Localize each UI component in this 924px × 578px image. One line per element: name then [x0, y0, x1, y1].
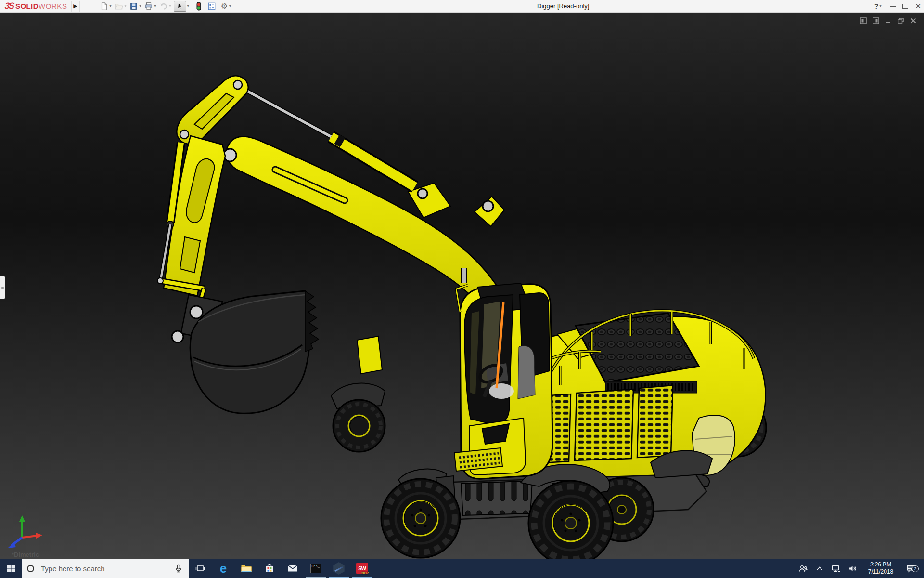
help-dropdown-caret[interactable]: ▾ [879, 0, 881, 13]
new-document-icon [100, 2, 108, 11]
file-explorer-button[interactable] [235, 559, 258, 578]
clock-time: 2:26 PM [862, 561, 899, 568]
save-button[interactable] [129, 1, 139, 12]
windows-logo-icon [7, 564, 15, 573]
front-right-wheel[interactable] [528, 481, 613, 559]
open-button[interactable] [114, 1, 124, 12]
undo-button[interactable] [159, 1, 168, 12]
solidworks-app-icon: SW 2017 [356, 563, 368, 574]
mail-button[interactable] [281, 559, 304, 578]
microphone-icon[interactable] [174, 564, 183, 573]
mdi-minimize-icon[interactable] [884, 16, 892, 25]
chevron-up-icon [816, 566, 823, 571]
mdi-window-controls [859, 16, 917, 25]
window-preview-1-icon[interactable] [859, 16, 867, 25]
network-icon [831, 565, 841, 573]
solidworks-logo: 3S SOLID WORKS [0, 0, 71, 13]
new-dropdown-caret[interactable]: ▾ [110, 4, 112, 8]
new-document-button[interactable] [99, 1, 109, 12]
store-button[interactable] [258, 559, 281, 578]
hexagon-app-icon [333, 562, 345, 575]
panel-tab-dot [1, 287, 4, 289]
store-icon [265, 563, 274, 574]
cortana-icon [27, 565, 34, 572]
stoplight-icon [195, 2, 203, 11]
display-list-button[interactable] [207, 1, 217, 12]
print-dropdown-caret[interactable]: ▾ [154, 4, 156, 8]
undo-dropdown-caret[interactable]: ▾ [169, 4, 171, 8]
gear-icon: ⚙ [221, 1, 228, 12]
document-title: Digger [Read-only] [537, 0, 589, 13]
help-button[interactable]: ? ▾ [874, 0, 884, 13]
taskbar: Type here to search e [0, 559, 924, 578]
bucket-teeth [305, 291, 319, 352]
graphics-viewport[interactable]: *Dimetric [0, 13, 924, 559]
open-folder-icon [115, 2, 123, 11]
command-prompt-icon: C:\_ [310, 564, 321, 573]
people-button[interactable] [797, 565, 809, 573]
seat [518, 346, 535, 399]
start-button[interactable] [0, 559, 22, 578]
mdi-restore-icon[interactable] [897, 16, 905, 25]
options-button[interactable]: ⚙ [220, 1, 228, 12]
boom-elbow-pin[interactable] [224, 149, 236, 161]
save-dropdown-caret[interactable]: ▾ [140, 4, 141, 8]
front-left-wheel[interactable] [381, 479, 460, 558]
standard-toolbar: ▾ ▾ ▾ ▾ [99, 0, 233, 13]
logo-text-works: WORKS [38, 2, 67, 10]
search-input[interactable]: Type here to search [22, 559, 189, 578]
notification-badge: 2 [912, 565, 919, 572]
excavator-model[interactable] [0, 13, 924, 559]
view-orientation-label: *Dimetric [12, 551, 39, 558]
window-preview-2-icon[interactable] [872, 16, 880, 25]
task-view-button[interactable] [189, 559, 212, 578]
hexagon-app-button[interactable] [327, 559, 350, 578]
minimize-button[interactable] [890, 6, 896, 7]
system-tray: 2:26 PM 7/11/2018 2 [797, 559, 924, 578]
command-prompt-button[interactable]: C:\_ [304, 559, 327, 578]
undo-arrow-icon [159, 2, 168, 11]
select-tool-button[interactable] [174, 1, 186, 12]
options-dropdown-caret[interactable]: ▾ [229, 4, 231, 8]
select-cursor-icon [176, 2, 184, 11]
left-side-wheel[interactable] [331, 383, 385, 452]
people-icon [798, 565, 808, 573]
file-explorer-icon [241, 564, 252, 573]
network-button[interactable] [830, 565, 842, 573]
stoplight-button[interactable] [194, 1, 203, 12]
edge-button[interactable]: e [212, 559, 235, 578]
action-center-button[interactable]: 2 [903, 564, 919, 573]
minimize-icon [890, 6, 896, 7]
screen: 3S SOLID WORKS ▶ ▾ ▾ [0, 0, 924, 578]
cab[interactable] [454, 268, 552, 479]
collapsed-panel-tab[interactable] [0, 276, 5, 299]
save-floppy-icon [129, 2, 138, 11]
top-link-plate[interactable] [177, 76, 248, 144]
close-icon: ✕ [915, 0, 921, 13]
left-step-bracket[interactable] [357, 336, 382, 374]
mail-icon [287, 564, 298, 573]
select-dropdown-caret[interactable]: ▾ [187, 4, 189, 8]
mdi-close-icon[interactable] [909, 16, 917, 25]
task-view-icon [195, 564, 205, 573]
solidworks-2017-button[interactable]: SW 2017 [350, 559, 373, 578]
close-button[interactable]: ✕ [915, 0, 921, 13]
tray-chevron-button[interactable] [813, 566, 826, 571]
window-controls: ? ▾ ✕ [874, 0, 921, 13]
search-placeholder: Type here to search [41, 565, 174, 573]
open-dropdown-caret[interactable]: ▾ [125, 4, 127, 8]
clock-date: 7/11/2018 [862, 568, 899, 576]
menu-flyout-arrow-icon[interactable]: ▶ [71, 1, 80, 12]
clock[interactable]: 2:26 PM 7/11/2018 [862, 561, 899, 576]
restore-button[interactable] [902, 4, 908, 9]
3ds-mark-icon: 3S [3, 1, 14, 11]
print-button[interactable] [144, 1, 154, 12]
orientation-triad-icon [5, 514, 46, 551]
print-icon [144, 2, 153, 11]
volume-button[interactable] [846, 565, 859, 573]
edge-icon: e [220, 562, 227, 575]
title-bar: 3S SOLID WORKS ▶ ▾ ▾ [0, 0, 924, 13]
logo-text-solid: SOLID [15, 2, 38, 10]
speaker-icon [848, 565, 857, 573]
display-list-icon [207, 2, 216, 11]
